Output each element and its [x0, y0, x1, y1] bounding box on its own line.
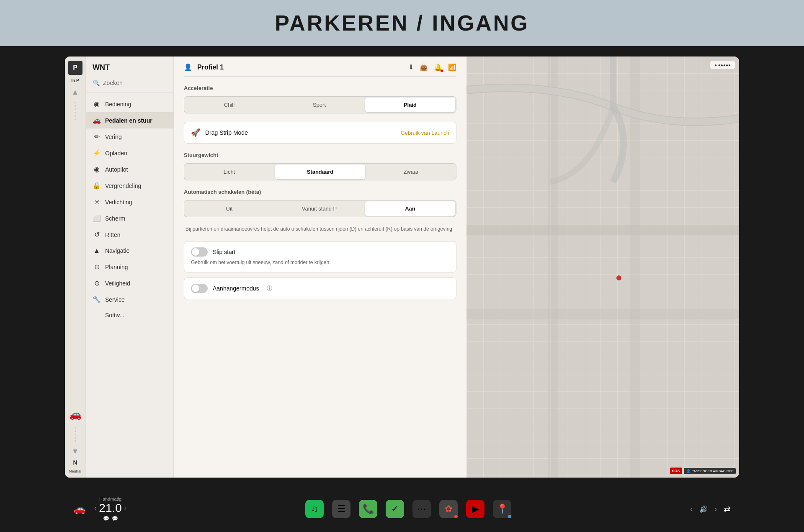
taskbar-left-arrow[interactable]: ‹: [690, 505, 693, 514]
app-phone[interactable]: 📞: [359, 500, 377, 518]
gear-arrow-down-icon[interactable]: ▼: [72, 447, 79, 456]
sidebar-label-verlichting: Verlichting: [105, 199, 132, 206]
sidebar-item-opladen[interactable]: ⚡ Opladen: [86, 145, 173, 161]
map-road-v2: [630, 57, 640, 478]
aanhangermodus-toggle[interactable]: [191, 284, 208, 293]
acceleratie-sport-btn[interactable]: Sport: [274, 97, 364, 113]
gear-neutral-label: Neutral: [69, 469, 81, 473]
ritten-icon: ↺: [93, 231, 101, 239]
sidebar-item-vergrendeling[interactable]: 🔒 Vergrendeling: [86, 177, 173, 194]
taskbar-swap-icon[interactable]: ⇄: [724, 504, 731, 514]
map-road-v1: [548, 57, 558, 478]
bediening-icon: ◉: [93, 100, 101, 108]
profile-header: 👤 Profiel 1 ⬇ 👜 🔔 📶: [184, 63, 456, 77]
map-road-h2: [466, 309, 739, 319]
parking-sign-area: PARKEREN / INGANG: [0, 0, 804, 46]
taskbar-apps: ♫ ☰ 📞 ✓ ⋯ ✿ ▶ 📍: [305, 500, 511, 518]
app-maps[interactable]: 📍: [493, 500, 511, 518]
map-address: ● ●●●●●: [714, 63, 731, 67]
aanhangermodus-info-icon[interactable]: ⓘ: [267, 285, 272, 292]
app-music[interactable]: ▶: [466, 500, 484, 518]
stuurgewicht-standaard-btn[interactable]: Standaard: [275, 164, 365, 179]
pinwheel-icon: ✿: [445, 504, 452, 514]
slip-start-label: Slip start: [213, 249, 235, 255]
app-files[interactable]: ☰: [332, 500, 350, 518]
sidebar-item-veiligheid[interactable]: ⊙ Veiligheid: [86, 275, 173, 291]
bell-icon[interactable]: 🔔: [434, 63, 442, 71]
map-grid: [466, 57, 739, 478]
sidebar-item-vering[interactable]: ✏ Vering: [86, 129, 173, 145]
gear-arrow-up-icon[interactable]: ▲: [72, 88, 79, 97]
sidebar-item-verlichting[interactable]: ✳ Verlichting: [86, 194, 173, 210]
taskbar-temp-area: Handmatig ‹ 21.0 › 💬 💬: [94, 496, 126, 522]
gear-dots-bottom: [75, 425, 76, 444]
automatisch-aan-btn[interactable]: Aan: [365, 201, 455, 216]
calendar-check-icon: ✓: [391, 504, 399, 514]
vergrendeling-icon: 🔒: [93, 182, 101, 190]
scherm-icon: ⬜: [93, 214, 101, 222]
drag-strip-label: Drag Strip Mode: [205, 129, 248, 136]
automatisch-vanuit-btn[interactable]: Vanuit stand P: [274, 200, 364, 217]
gear-p[interactable]: P: [68, 61, 82, 75]
opladen-icon: ⚡: [93, 149, 101, 157]
sidebar-item-ritten[interactable]: ↺ Ritten: [86, 226, 173, 243]
search-row[interactable]: 🔍 Zoeken: [86, 77, 173, 89]
acceleratie-plaid-btn[interactable]: Plaid: [365, 98, 455, 112]
gear-n[interactable]: N: [73, 459, 77, 466]
download-icon[interactable]: ⬇: [408, 63, 414, 71]
app-more[interactable]: ⋯: [412, 500, 431, 518]
sidebar-label-planning: Planning: [105, 264, 128, 270]
stuurgewicht-zwaar-btn[interactable]: Zwaar: [366, 164, 456, 180]
slip-start-toggle[interactable]: [191, 247, 208, 257]
phone-icon: 📞: [363, 504, 374, 514]
sidebar-item-software[interactable]: Softw...: [86, 308, 173, 323]
profile-user-icon: 👤: [184, 63, 192, 71]
sidebar-item-autopilot[interactable]: ◉ Autopilot: [86, 161, 173, 177]
search-label: Zoeken: [103, 80, 123, 86]
bag-icon[interactable]: 👜: [420, 63, 428, 71]
files-icon: ☰: [337, 504, 345, 514]
slip-start-knob: [192, 248, 199, 256]
vering-icon: ✏: [93, 133, 101, 141]
aanhangermodus-knob: [192, 285, 199, 292]
automatisch-uit-btn[interactable]: Uit: [184, 200, 274, 217]
sidebar-item-planning[interactable]: ⊙ Planning: [86, 259, 173, 275]
sidebar-item-navigatie[interactable]: ▲ Navigatie: [86, 243, 173, 259]
stuurgewicht-section: Stuurgewicht Licht Standaard Zwaar: [184, 152, 456, 180]
sidebar-item-bediening[interactable]: ◉ Bediening: [86, 96, 173, 112]
app-spotify[interactable]: ♫: [305, 500, 324, 518]
acceleratie-chill-btn[interactable]: Chill: [184, 97, 274, 113]
sos-button[interactable]: SOS: [670, 468, 682, 474]
settings-sidebar: WNT 🔍 Zoeken ◉ Bediening 🚗 Pedalen en st…: [86, 57, 174, 478]
sidebar-label-opladen: Opladen: [105, 150, 127, 157]
automatisch-btn-group: Uit Vanuit stand P Aan: [184, 200, 456, 217]
sidebar-label-autopilot: Autopilot: [105, 166, 128, 173]
screen-content: P In P ▲ 🚗 ▼ N Neutral WNT 🔍 Zoeken: [65, 57, 739, 478]
app-dot: [454, 515, 458, 518]
stuurgewicht-licht-btn[interactable]: Licht: [184, 164, 274, 180]
aanhangermodus-row: Aanhangermodus ⓘ: [184, 278, 456, 299]
veiligheid-icon: ⊙: [93, 279, 101, 287]
drag-strip-link[interactable]: Gebruik van Launch: [401, 130, 449, 136]
taskbar-temp-icons: 💬 💬: [103, 516, 118, 522]
app-calendar[interactable]: ✓: [386, 500, 404, 518]
sidebar-item-service[interactable]: 🔧 Service: [86, 291, 173, 308]
maps-dot: [508, 515, 511, 518]
play-icon: ▶: [472, 504, 479, 514]
search-icon: 🔍: [93, 80, 100, 86]
temp-arrow-left[interactable]: ‹: [94, 504, 96, 512]
airbag-badge: 👤 PASSENGER AIRBAG OFF: [684, 468, 736, 474]
sidebar-label-navigatie: Navigatie: [105, 247, 129, 254]
gear-sidebar: P In P ▲ 🚗 ▼ N Neutral: [65, 57, 86, 478]
slip-start-desc: Gebruik om het voertuig uit sneeuw, zand…: [191, 259, 449, 266]
taskbar-car-section: 🚗: [73, 503, 86, 515]
slip-start-row: Slip start Gebruik om het voertuig uit s…: [184, 241, 456, 272]
more-icon: ⋯: [417, 504, 426, 514]
sidebar-item-pedalen[interactable]: 🚗 Pedalen en stuur: [86, 112, 173, 129]
taskbar-right-arrow[interactable]: ›: [714, 505, 717, 514]
app-pinwheel[interactable]: ✿: [439, 500, 458, 518]
sidebar-item-scherm[interactable]: ⬜ Scherm: [86, 210, 173, 226]
map-area: ● ●●●●● SOS 👤 PASSENGER AIRBAG OFF: [466, 57, 739, 478]
taskbar-volume-icon[interactable]: 🔊: [699, 505, 708, 513]
temp-arrow-right[interactable]: ›: [124, 504, 126, 512]
